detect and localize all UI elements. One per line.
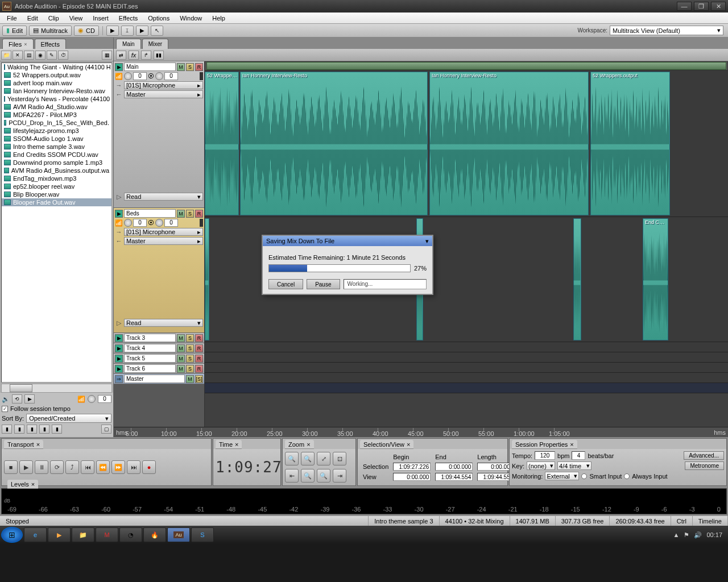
timeline-overview[interactable] xyxy=(205,61,728,70)
list-item[interactable]: Downwind promo sample 1.mp3 xyxy=(2,159,111,167)
solo-button[interactable]: S xyxy=(186,63,194,71)
insert-mt-button[interactable]: ▤ xyxy=(24,51,34,60)
workspace-select[interactable]: Multitrack View (Default)▾ xyxy=(610,26,723,35)
mute-button[interactable]: M xyxy=(177,344,185,352)
output-select[interactable]: Master▸ xyxy=(124,237,203,245)
list-item[interactable]: Blip Blooper.wav xyxy=(2,190,111,198)
preview-vol-knob[interactable] xyxy=(88,395,96,403)
pan-knob[interactable] xyxy=(155,72,163,80)
close-icon[interactable]: × xyxy=(24,41,27,47)
insert-cd-button[interactable]: ◉ xyxy=(35,51,46,60)
track-lane-3[interactable] xyxy=(205,342,728,352)
sort-select[interactable]: Opened/Created▾ xyxy=(26,414,111,423)
solo-button[interactable]: S xyxy=(186,365,194,373)
dialog-titlebar[interactable]: Saving Mix Down To File▾ xyxy=(263,236,432,246)
filter-button[interactable]: ▮ xyxy=(52,425,62,434)
play-to-end-button[interactable]: ⤴ xyxy=(65,460,79,474)
filter-button[interactable]: ▮ xyxy=(2,425,12,434)
list-item[interactable]: Waking The Giant - Waiting (44100 H xyxy=(2,63,111,71)
loop-button[interactable]: ⟲ xyxy=(12,394,22,404)
task-ie[interactable]: e xyxy=(24,527,47,542)
pause-button[interactable]: Pause xyxy=(307,279,340,289)
record-arm-button[interactable]: R xyxy=(195,355,203,363)
pan-value[interactable]: 0 xyxy=(164,72,178,80)
track-lane-master[interactable] xyxy=(205,383,728,393)
filter-button[interactable]: ▮ xyxy=(27,425,37,434)
solo-button[interactable]: S xyxy=(186,344,194,352)
menu-options[interactable]: Options xyxy=(143,14,174,23)
timesig-select[interactable]: 4/4 time▾ xyxy=(557,462,592,470)
beats-input[interactable] xyxy=(572,451,585,460)
overview-thumb[interactable] xyxy=(206,62,726,70)
filter-button[interactable]: ▮ xyxy=(14,425,24,434)
list-item[interactable]: Intro theme sample 3.wav xyxy=(2,143,111,151)
menu-edit[interactable]: Edit xyxy=(23,14,43,23)
go-start-button[interactable]: ⏮ xyxy=(81,460,94,474)
track-name[interactable]: Track 4 xyxy=(124,344,176,352)
list-item[interactable]: AVM Radio Ad_Business.output.wa xyxy=(2,167,111,174)
pan-value[interactable]: 0 xyxy=(164,219,178,227)
vol-value[interactable]: 0 xyxy=(133,72,147,80)
list-item[interactable]: EndTag_mixdown.mp3 xyxy=(2,174,111,182)
smart-input-radio[interactable] xyxy=(581,473,587,479)
autoplay-button[interactable]: ▶ xyxy=(24,394,35,404)
track-lane-4[interactable] xyxy=(205,352,728,363)
solo-button[interactable]: [S] xyxy=(195,375,203,383)
tray-flag-icon[interactable]: ⚑ xyxy=(684,531,689,539)
forward-button[interactable]: ⏩ xyxy=(111,460,125,474)
list-item[interactable]: 52 Wrappers.output.wav xyxy=(2,71,111,79)
input-select[interactable]: [01S] Microphone▸ xyxy=(124,81,203,89)
vol-knob[interactable] xyxy=(124,219,132,227)
audio-clip[interactable]: Ian Honnery Interview-Resto xyxy=(240,72,428,215)
play-button[interactable]: ▶ xyxy=(19,460,33,474)
track-power-button[interactable]: ▶ xyxy=(115,334,123,342)
tab-time[interactable]: Time× xyxy=(216,440,242,449)
fx-button[interactable]: fx xyxy=(129,51,139,60)
automation-select[interactable]: Read▾ xyxy=(124,319,203,327)
track-lane-6[interactable] xyxy=(205,373,728,383)
list-item[interactable]: MDFA2267 - Pilot.MP3 xyxy=(2,111,111,119)
track-header-5[interactable]: ▶Track 5MSR xyxy=(114,354,204,364)
tray-volume-icon[interactable]: 🔊 xyxy=(694,531,702,539)
mute-button[interactable]: M xyxy=(177,334,185,342)
zoom-full-button[interactable]: ⤢ xyxy=(317,452,330,465)
pan-knob[interactable] xyxy=(155,219,163,227)
maximize-button[interactable]: ❐ xyxy=(694,2,709,11)
track-name[interactable]: Track 6 xyxy=(124,364,176,373)
track-power-button[interactable]: ▶ xyxy=(115,63,123,71)
track-header-beds[interactable]: ▶ Beds M S R 📶0 ⦿0 →[01S] Microphone▸ ←M… xyxy=(114,208,204,333)
track-name[interactable]: Beds xyxy=(124,209,176,218)
track-name[interactable]: Track 3 xyxy=(124,334,176,342)
tab-main[interactable]: Main xyxy=(116,39,141,49)
audio-clip[interactable]: 52 Wrappe… xyxy=(205,72,239,215)
h-scrollbar[interactable] xyxy=(1,384,112,393)
follow-tempo-checkbox[interactable]: ✓ xyxy=(2,406,8,412)
play-loop-button[interactable]: ⟳ xyxy=(50,460,64,474)
close-button[interactable]: ✕ xyxy=(711,2,726,11)
options-button[interactable]: ⏱ xyxy=(58,51,68,60)
mute-button[interactable]: M xyxy=(186,375,194,383)
go-end-button[interactable]: ⏭ xyxy=(127,460,140,474)
mode-multitrack-button[interactable]: ▤Multitrack xyxy=(29,26,72,36)
track-header-6[interactable]: ▶Track 6MSR xyxy=(114,364,204,374)
record-arm-button[interactable]: R xyxy=(195,63,203,71)
sends-button[interactable]: ↱ xyxy=(141,51,151,60)
time-ruler[interactable]: hms hms 5:0010:0015:0020:0025:0030:0035:… xyxy=(114,427,728,437)
menu-clip[interactable]: Clip xyxy=(44,14,64,23)
menu-insert[interactable]: Insert xyxy=(88,14,113,23)
expand-icon[interactable]: ▷ xyxy=(115,319,123,327)
list-item[interactable]: Ian Honnery Interview-Resto.wav xyxy=(2,87,111,95)
tool-hybrid-button[interactable]: ▶ xyxy=(136,26,148,36)
tab-zoom[interactable]: Zoom× xyxy=(285,440,314,449)
task-audition[interactable]: Au xyxy=(167,527,190,542)
sel-begin-input[interactable] xyxy=(393,463,431,471)
view-begin-input[interactable] xyxy=(393,473,431,481)
record-arm-button[interactable]: R xyxy=(195,344,203,352)
tray-up-icon[interactable]: ▲ xyxy=(673,531,680,538)
zoom-out-h-button[interactable]: 🔍 xyxy=(301,452,315,465)
task-chrome[interactable]: ◔ xyxy=(119,527,142,542)
audio-clip[interactable] xyxy=(573,218,581,340)
pause-button[interactable]: ⏸ xyxy=(35,460,48,474)
scrollbar-thumb[interactable] xyxy=(10,384,32,392)
filter-button[interactable]: ▮ xyxy=(39,425,49,434)
